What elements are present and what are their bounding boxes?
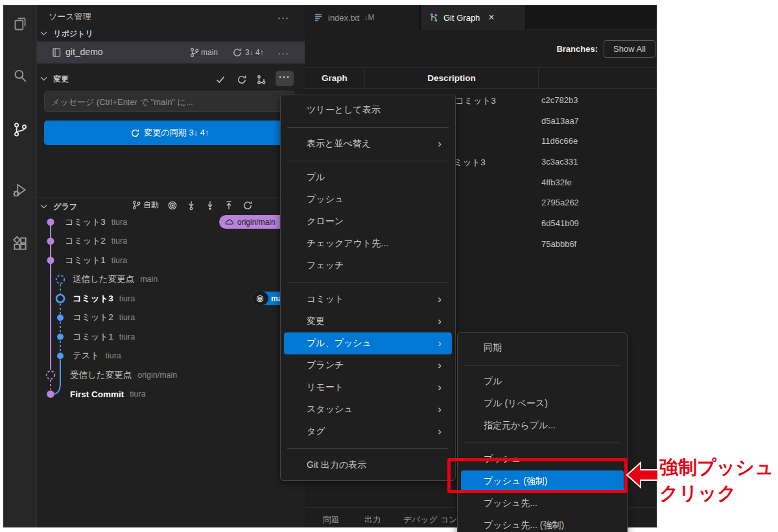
section-changes[interactable]: 変更 ··· bbox=[37, 69, 305, 92]
menu-item[interactable]: 同期 bbox=[461, 337, 624, 359]
menu-item[interactable]: プッシュ bbox=[461, 448, 624, 470]
repo-icon bbox=[51, 47, 62, 58]
menu-item-label: 表示と並べ替え bbox=[307, 138, 371, 150]
graph-commit-row[interactable]: コミット2tiura bbox=[37, 232, 305, 251]
sync-icon[interactable] bbox=[232, 47, 242, 58]
menu-item[interactable]: 表示と並べ替え› bbox=[284, 133, 452, 155]
graph-commit-row[interactable]: コミット3tiuraorigin/main bbox=[37, 213, 305, 232]
explorer-icon[interactable] bbox=[12, 16, 29, 32]
column-header-graph[interactable]: Graph bbox=[305, 68, 364, 88]
graph-commit-row[interactable]: First Committiura bbox=[37, 385, 305, 404]
menu-item[interactable]: ブランチ› bbox=[284, 354, 452, 376]
tab-index-txt[interactable]: index.txt ↓M bbox=[305, 5, 420, 30]
annotation-arrow-left-icon bbox=[626, 461, 659, 489]
submenu-arrow-icon: › bbox=[438, 137, 442, 150]
menu-item[interactable]: プル (リベース) bbox=[461, 393, 624, 415]
panel-tab[interactable]: 出力 bbox=[364, 515, 381, 526]
sync-button-label: 変更の同期 3↓ 4↑ bbox=[145, 127, 209, 139]
menu-separator bbox=[281, 155, 455, 167]
graph-commit-row[interactable]: コミット2tiura bbox=[37, 308, 305, 328]
menu-item[interactable]: プッシュ先... bbox=[461, 492, 624, 515]
section-label: 変更 bbox=[53, 75, 69, 84]
commit-message-placeholder: メッセージ (Ctrl+Enter で "main" に... bbox=[51, 97, 193, 108]
menu-separator bbox=[281, 277, 455, 288]
tab-git-graph[interactable]: Git Graph × bbox=[420, 5, 526, 30]
tab-git-status-badge: ↓M bbox=[364, 13, 374, 22]
commit-check-icon[interactable] bbox=[215, 75, 226, 85]
menu-item[interactable]: プッシュ bbox=[284, 189, 452, 211]
fetch-icon[interactable] bbox=[186, 200, 196, 211]
menu-item[interactable]: スタッシュ› bbox=[284, 399, 452, 421]
target-icon[interactable] bbox=[167, 200, 178, 211]
repo-sync-counts: 3↓ 4↑ bbox=[245, 48, 264, 57]
menu-separator bbox=[281, 121, 455, 133]
branches-label: Branches: bbox=[556, 44, 598, 54]
branch-icon bbox=[132, 200, 141, 210]
menu-item[interactable]: コミット› bbox=[284, 288, 452, 310]
menu-item[interactable]: プッシュ (強制) bbox=[461, 470, 624, 492]
menu-item-label: プッシュ先... (強制) bbox=[484, 520, 564, 531]
column-header-description[interactable]: Description bbox=[364, 68, 538, 88]
push-icon[interactable] bbox=[224, 200, 234, 211]
graph-commit-row[interactable]: 送信した変更点main bbox=[37, 270, 305, 290]
menu-item[interactable]: ツリーとして表示 bbox=[284, 99, 452, 121]
menu-item[interactable]: 変更› bbox=[284, 310, 452, 332]
graph-auto-filter[interactable]: 自動 bbox=[132, 200, 159, 211]
target-icon bbox=[252, 292, 268, 305]
commit-message: テスト bbox=[73, 350, 99, 362]
commit-message-input[interactable]: メッセージ (Ctrl+Enter で "main" に... bbox=[44, 91, 295, 112]
graph-commit-row[interactable]: 受信した変更点origin/main bbox=[37, 365, 305, 385]
menu-item[interactable]: 指定元からプル... bbox=[461, 415, 624, 437]
menu-item[interactable]: プル、プッシュ› bbox=[284, 332, 452, 354]
sync-changes-button[interactable]: 変更の同期 3↓ 4↑ bbox=[44, 121, 295, 145]
repo-more-actions-button[interactable]: ··· bbox=[277, 48, 289, 58]
menu-item[interactable]: プル bbox=[461, 371, 624, 393]
repository-row[interactable]: git_demo main 3↓ 4↑ ··· bbox=[37, 41, 305, 64]
vscode-window: ソース管理 ··· リポジトリ git_demo main 3↓ 4↑ ··· … bbox=[3, 5, 657, 527]
menu-item[interactable]: Git 出力の表示 bbox=[284, 454, 452, 476]
menu-separator bbox=[458, 359, 627, 371]
editor-tab-bar: index.txt ↓M Git Graph × bbox=[305, 5, 657, 30]
refresh-icon[interactable] bbox=[242, 200, 253, 211]
repo-name: git_demo bbox=[65, 47, 103, 57]
run-and-debug-icon[interactable] bbox=[12, 181, 29, 198]
source-control-icon[interactable] bbox=[12, 121, 29, 138]
graph-commit-row[interactable]: コミット3tiuramain bbox=[37, 289, 305, 308]
menu-item[interactable]: プル bbox=[284, 167, 452, 189]
section-repositories[interactable]: リポジトリ bbox=[37, 29, 305, 43]
menu-item[interactable]: チェックアウト先... bbox=[284, 233, 452, 255]
submenu-arrow-icon: › bbox=[438, 315, 442, 328]
menu-separator bbox=[458, 437, 627, 448]
menu-item-label: Git 出力の表示 bbox=[307, 459, 366, 471]
annotation-line1: 強制プッシュ bbox=[659, 454, 774, 480]
commit-meta: origin/main bbox=[137, 371, 177, 380]
graph-commit-row[interactable]: コミット1tiura bbox=[37, 251, 305, 270]
repo-branch-label: main bbox=[201, 48, 218, 57]
menu-item[interactable]: クローン bbox=[284, 211, 452, 233]
refresh-icon[interactable] bbox=[237, 75, 247, 85]
commit-meta: tiura bbox=[130, 389, 145, 399]
changes-more-actions-button[interactable]: ··· bbox=[276, 71, 294, 86]
commit-message: コミット1 bbox=[73, 331, 113, 343]
git-graph-extension-icon[interactable] bbox=[256, 75, 266, 85]
menu-item[interactable]: タグ› bbox=[284, 421, 452, 443]
submenu-arrow-icon: › bbox=[438, 381, 442, 394]
extensions-icon[interactable] bbox=[12, 235, 29, 252]
menu-item-label: クローン bbox=[307, 216, 344, 227]
commit-message: First Commit bbox=[70, 389, 124, 399]
commit-hash: 4ffb32fe bbox=[541, 178, 572, 187]
menu-item[interactable]: フェッチ bbox=[284, 255, 452, 277]
graph-commit-row[interactable]: コミット1tiura bbox=[37, 327, 305, 347]
branches-filter-dropdown[interactable]: Show All bbox=[604, 40, 655, 58]
graph-auto-label: 自動 bbox=[143, 200, 159, 211]
commit-meta: tiura bbox=[119, 313, 135, 322]
menu-item[interactable]: リモート› bbox=[284, 376, 452, 399]
close-icon[interactable]: × bbox=[488, 12, 494, 23]
sidebar-more-actions-button[interactable]: ··· bbox=[277, 12, 289, 22]
graph-commit-row[interactable]: テストtiura bbox=[37, 347, 305, 366]
pull-icon[interactable] bbox=[205, 200, 215, 211]
menu-item[interactable]: プッシュ先... (強制) bbox=[461, 515, 624, 532]
menu-item-label: 変更 bbox=[307, 316, 325, 327]
search-icon[interactable] bbox=[12, 67, 29, 84]
panel-tab[interactable]: 問題 bbox=[323, 515, 340, 526]
